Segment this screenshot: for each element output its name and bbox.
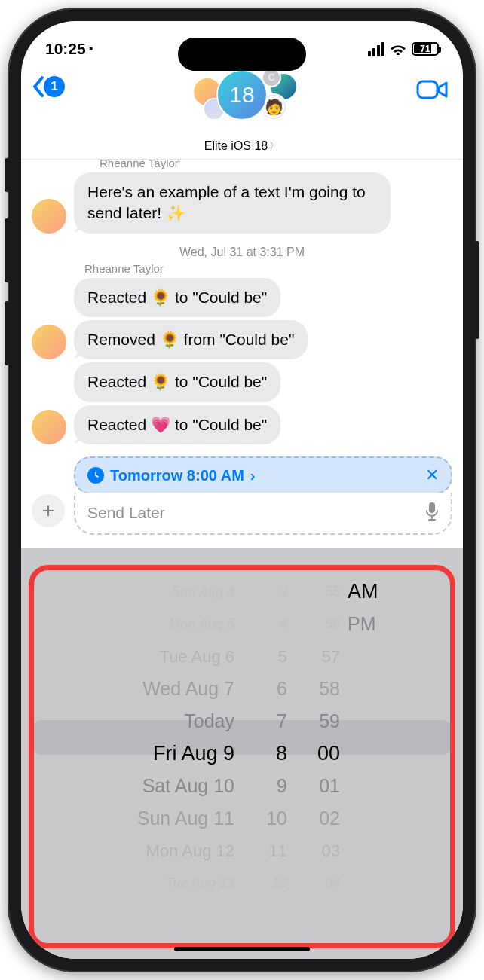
sender-label: Rheanne Taylor: [32, 262, 452, 275]
dictation-icon[interactable]: [425, 502, 439, 524]
minute-wheel[interactable]: 5556575859000102030405: [295, 575, 340, 899]
picker-row[interactable]: 57: [322, 640, 340, 673]
picker-row[interactable]: Tue Aug 6: [160, 640, 234, 673]
picker-row[interactable]: 7: [277, 705, 287, 737]
message-bubble[interactable]: Reacted 🌻 to "Could be": [74, 362, 280, 401]
message-list[interactable]: Rheanne Taylor Here's an example of a te…: [21, 160, 463, 447]
back-button[interactable]: 1: [32, 75, 65, 98]
battery-icon: 71: [412, 42, 439, 56]
picker-row[interactable]: Sun Aug 4: [172, 575, 234, 608]
picker-row[interactable]: 02: [319, 802, 340, 835]
picker-row[interactable]: 8: [276, 737, 287, 770]
picker-row[interactable]: 03: [322, 835, 340, 867]
message-input[interactable]: Send Later: [74, 493, 452, 535]
picker-row[interactable]: 3: [280, 575, 287, 608]
picker-row[interactable]: 01: [319, 770, 340, 802]
picker-row[interactable]: Tue Aug 13: [166, 867, 234, 899]
dynamic-island: [178, 38, 306, 71]
message-bubble[interactable]: Reacted 💗 to "Could be": [74, 405, 280, 444]
date-wheel[interactable]: Sun Aug 4Mon Aug 5Tue Aug 6Wed Aug 7Toda…: [91, 575, 234, 899]
home-indicator[interactable]: [174, 947, 310, 951]
schedule-time-label: Tomorrow 8:00 AM: [110, 467, 244, 484]
unread-badge: 1: [44, 76, 65, 97]
group-avatar-cluster[interactable]: 18 C 🧑: [167, 69, 317, 122]
cellular-signal-icon: [368, 42, 384, 56]
picker-row[interactable]: Fri Aug 9: [153, 737, 234, 770]
input-placeholder: Send Later: [87, 504, 165, 522]
picker-row[interactable]: 6: [277, 673, 287, 705]
wifi-icon: [390, 43, 406, 55]
scheduled-send-pill[interactable]: Tomorrow 8:00 AM › ✕: [74, 456, 452, 494]
picker-row[interactable]: PM: [348, 608, 376, 640]
picker-row[interactable]: Mon Aug 12: [146, 835, 234, 867]
message-bubble[interactable]: Removed 🌻 from "Could be": [74, 320, 308, 359]
picker-row[interactable]: Mon Aug 5: [170, 608, 234, 640]
message-bubble[interactable]: Here's an example of a text I'm going to…: [74, 172, 391, 234]
picker-row[interactable]: 9: [277, 770, 287, 802]
picker-row[interactable]: 5: [278, 640, 287, 673]
datetime-picker-panel: Sun Aug 4Mon Aug 5Tue Aug 6Wed Aug 7Toda…: [21, 548, 463, 959]
picker-row[interactable]: 4: [280, 608, 287, 640]
orientation-lock-icon: ▪: [89, 42, 93, 56]
chevron-right-icon: ›: [250, 467, 256, 484]
picker-row[interactable]: Today: [184, 705, 234, 737]
picker-row[interactable]: Sun Aug 11: [137, 802, 234, 835]
picker-row[interactable]: 12: [272, 867, 287, 899]
sender-avatar[interactable]: [32, 325, 66, 359]
picker-row[interactable]: 11: [269, 835, 287, 867]
svg-rect-2: [429, 502, 435, 513]
clock-icon: [87, 467, 104, 484]
compose-area: + Tomorrow 8:00 AM › ✕ Send Later: [21, 447, 463, 548]
picker-row[interactable]: AM: [348, 575, 378, 608]
apps-plus-button[interactable]: +: [32, 494, 65, 527]
ampm-wheel[interactable]: AMPM: [348, 575, 393, 899]
hour-wheel[interactable]: 34567891011121: [242, 575, 287, 899]
conversation-header: 1 18 C 🧑 Elite iOS 18 〉: [21, 66, 463, 160]
picker-row[interactable]: 59: [319, 705, 340, 737]
sender-avatar[interactable]: [32, 410, 66, 444]
svg-rect-0: [418, 81, 437, 98]
status-time: 10:25: [45, 40, 86, 58]
picker-row[interactable]: Wed Aug 7: [142, 673, 234, 705]
participant-avatar: C: [263, 69, 280, 86]
group-main-avatar: 18: [218, 71, 266, 119]
picker-row[interactable]: 10: [266, 802, 287, 835]
picker-row[interactable]: 58: [319, 673, 340, 705]
sender-avatar[interactable]: [32, 199, 66, 234]
picker-row[interactable]: 04: [325, 867, 340, 899]
cancel-schedule-button[interactable]: ✕: [425, 466, 439, 485]
picker-row[interactable]: Sat Aug 10: [142, 770, 234, 802]
conversation-title[interactable]: Elite iOS 18 〉: [21, 139, 463, 153]
picker-row[interactable]: 55: [325, 575, 340, 608]
picker-row[interactable]: 56: [325, 608, 340, 640]
picker-row[interactable]: 00: [317, 737, 340, 770]
message-bubble[interactable]: Reacted 🌻 to "Could be": [74, 278, 280, 317]
chevron-right-icon: 〉: [269, 139, 280, 153]
timestamp-divider: Wed, Jul 31 at 3:31 PM: [32, 246, 452, 259]
facetime-button[interactable]: [416, 78, 448, 104]
